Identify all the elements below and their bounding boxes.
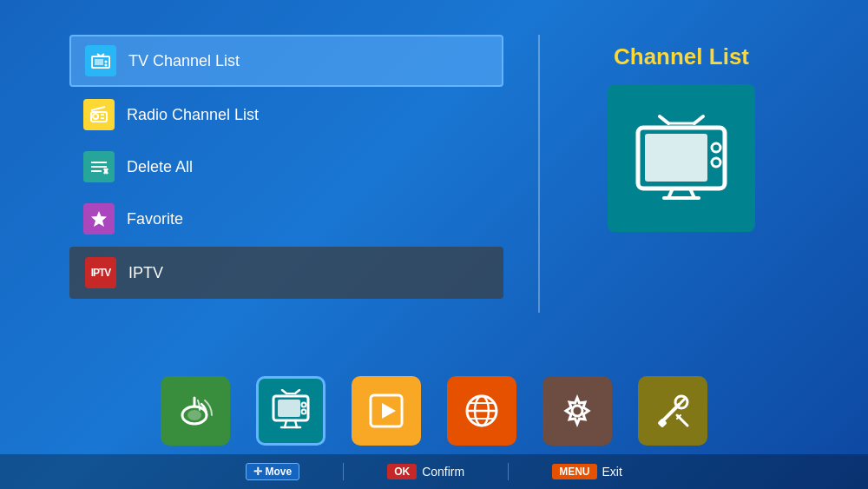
svg-point-5	[105, 64, 108, 67]
toolbar-item-tv[interactable]	[256, 376, 326, 446]
channel-list-title: Channel List	[614, 43, 749, 70]
menu-panel: TV Channel List Radio Channel List	[69, 35, 503, 302]
exit-label: Exit	[602, 465, 622, 479]
svg-line-7	[91, 107, 105, 110]
svg-point-29	[187, 410, 201, 420]
tv-button[interactable]	[256, 376, 326, 446]
svg-point-22	[712, 143, 720, 152]
svg-line-30	[282, 390, 286, 393]
svg-rect-10	[101, 117, 104, 119]
favorite-icon	[83, 203, 115, 235]
hint-exit: MENU Exit	[552, 464, 622, 479]
settings-button[interactable]	[542, 376, 612, 446]
globe-button[interactable]	[447, 376, 516, 446]
toolbar-item-satellite[interactable]	[161, 376, 230, 446]
svg-line-31	[295, 390, 299, 393]
svg-line-50	[677, 398, 686, 406]
menu-item-radio-channel-list[interactable]: Radio Channel List	[69, 90, 503, 139]
delete-all-icon	[83, 151, 115, 182]
svg-rect-34	[278, 400, 300, 417]
svg-rect-21	[645, 134, 707, 182]
svg-point-8	[93, 114, 98, 119]
vertical-divider	[538, 35, 540, 313]
hint-divider-1	[343, 463, 344, 480]
menu-item-tv-channel-list-label: TV Channel List	[128, 52, 240, 70]
menu-item-radio-channel-list-label: Radio Channel List	[127, 106, 259, 124]
toolbar-item-globe[interactable]	[447, 376, 516, 446]
menu-item-delete-all-label: Delete All	[127, 158, 193, 176]
menu-item-iptv[interactable]: IPTV IPTV	[69, 247, 503, 299]
svg-point-23	[712, 158, 720, 167]
satellite-button[interactable]	[161, 376, 230, 446]
toolbar-item-tools[interactable]	[638, 376, 707, 446]
toolbar-item-settings[interactable]	[542, 376, 612, 446]
hint-move: ✛ Move	[246, 463, 299, 480]
menu-item-favorite-label: Favorite	[127, 210, 183, 228]
bottom-toolbar	[0, 376, 868, 446]
svg-line-17	[660, 116, 668, 123]
svg-marker-41	[382, 403, 396, 419]
svg-rect-3	[95, 59, 103, 65]
tools-button[interactable]	[638, 376, 707, 446]
svg-point-47	[572, 406, 582, 416]
confirm-label: Confirm	[422, 465, 464, 479]
menu-item-favorite[interactable]: Favorite	[69, 195, 503, 243]
hint-divider-2	[508, 463, 509, 480]
svg-point-36	[302, 410, 306, 414]
tv-channel-list-icon	[85, 45, 116, 76]
menu-item-tv-channel-list[interactable]: TV Channel List	[69, 35, 503, 87]
menu-item-delete-all[interactable]: Delete All	[69, 142, 503, 191]
move-badge: ✛ Move	[246, 463, 299, 480]
svg-point-4	[105, 61, 108, 63]
menu-item-iptv-label: IPTV	[128, 264, 163, 282]
svg-line-18	[694, 116, 703, 123]
tv-preview-box	[608, 84, 755, 232]
svg-point-35	[302, 403, 306, 407]
toolbar-item-media[interactable]	[352, 376, 421, 446]
menu-badge: MENU	[552, 464, 596, 479]
ok-badge: OK	[387, 464, 417, 479]
iptv-icon: IPTV	[85, 257, 116, 288]
hint-bar: ✛ Move OK Confirm MENU Exit	[0, 454, 868, 489]
hint-confirm: OK Confirm	[387, 464, 464, 479]
svg-marker-16	[91, 211, 107, 227]
svg-rect-9	[101, 114, 104, 116]
media-button[interactable]	[352, 376, 421, 446]
radio-channel-list-icon	[83, 99, 115, 130]
right-panel: Channel List	[608, 35, 755, 302]
